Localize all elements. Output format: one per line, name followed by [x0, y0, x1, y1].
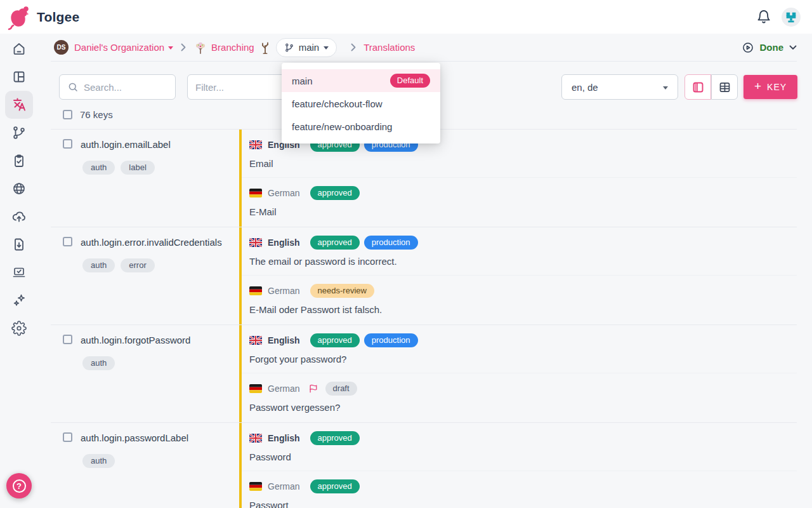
flag-de-icon	[249, 189, 262, 197]
translation-english[interactable]: English approved production The email or…	[242, 227, 797, 276]
status-badge: needs-review	[310, 284, 374, 298]
row-checkbox[interactable]	[63, 237, 72, 246]
sparkles-icon	[11, 293, 27, 308]
flag-gb-icon	[249, 434, 262, 443]
status-badge: approved	[310, 431, 360, 445]
row-checkbox[interactable]	[63, 139, 72, 149]
branch-menu-item-main[interactable]: main Default	[282, 69, 440, 92]
branch-menu-item-new-onboarding[interactable]: feature/new-onboarding	[282, 115, 440, 138]
translations-cell: English approved production Forgot your …	[239, 325, 797, 422]
table-view-button[interactable]	[711, 74, 738, 100]
branch-selector[interactable]: main	[276, 38, 337, 57]
tag[interactable]: auth	[82, 356, 115, 370]
sidebar-item-ai[interactable]	[5, 286, 33, 314]
flag-gb-icon	[249, 238, 262, 247]
sidebar-item-home[interactable]	[5, 35, 33, 63]
notifications-button[interactable]	[756, 10, 771, 25]
clipboard-check-icon	[11, 153, 27, 168]
globe-icon	[11, 181, 27, 196]
language-label: English	[268, 335, 300, 345]
breadcrumb: DS Daniel's Organization Branching	[51, 34, 797, 62]
tag[interactable]: auth	[82, 161, 115, 175]
branch-dropdown-menu: main Default feature/checkout-flow featu…	[282, 63, 440, 144]
flag-de-icon	[249, 482, 262, 491]
status-badge: approved	[310, 186, 360, 200]
topbar: Tolgee	[0, 0, 812, 34]
list-view-button[interactable]	[684, 74, 711, 100]
key-name: auth.login.emailLabel	[81, 139, 171, 150]
sidebar-item-branches[interactable]	[5, 119, 33, 147]
tag[interactable]: error	[121, 258, 154, 272]
translation-value: Passwort	[249, 500, 797, 508]
key-cell[interactable]: auth.login.passwordLabel auth	[51, 423, 239, 508]
translation-german[interactable]: German approved E-Mail	[242, 178, 797, 226]
key-cell[interactable]: auth.login.error.invalidCredentials auth…	[51, 227, 239, 324]
flag-marker-icon[interactable]	[308, 384, 318, 394]
status-badge: production	[364, 236, 418, 250]
sidebar-item-translations[interactable]	[5, 91, 33, 119]
git-branch-icon	[11, 125, 27, 140]
breadcrumb-section[interactable]: Translations	[363, 42, 415, 53]
sidebar-item-dashboard[interactable]	[5, 63, 33, 91]
chevron-right-icon	[181, 43, 186, 51]
flag-de-icon	[249, 384, 262, 393]
org-avatar[interactable]: DS	[54, 40, 69, 55]
language-label: German	[268, 286, 300, 296]
sidebar-item-tasks[interactable]	[5, 147, 33, 175]
branch-menu-item-checkout-flow[interactable]: feature/checkout-flow	[282, 92, 440, 115]
language-label: German	[268, 384, 300, 394]
sidebar-item-languages[interactable]	[5, 175, 33, 203]
language-label: German	[268, 188, 300, 198]
tag[interactable]: auth	[82, 454, 115, 468]
row-checkbox[interactable]	[63, 432, 72, 442]
sidebar-item-integrate[interactable]	[5, 258, 33, 286]
translation-german[interactable]: German approved Passwort	[242, 471, 797, 508]
status-badge: approved	[310, 236, 360, 250]
plus-icon: +	[754, 79, 761, 93]
breadcrumb-org[interactable]: Daniel's Organization	[74, 42, 173, 53]
sidebar-item-settings[interactable]	[5, 314, 33, 342]
sidebar-item-import[interactable]	[5, 231, 33, 258]
translation-german[interactable]: German draft Passwort vergessen?	[242, 373, 797, 422]
translations-cell: English approved Password German approve…	[239, 423, 797, 508]
table-row: auth.login.emailLabel auth label English…	[51, 130, 797, 227]
translation-german[interactable]: German needs-review E-Mail oder Passwort…	[242, 276, 797, 324]
translation-english[interactable]: English approved Password	[242, 423, 797, 471]
select-all-checkbox[interactable]	[63, 110, 72, 119]
view-toggle	[684, 74, 738, 100]
tag[interactable]: auth	[82, 258, 115, 272]
translation-value: E-Mail	[249, 206, 797, 217]
languages-select-value: en, de	[572, 82, 598, 93]
side-panel-view-icon	[691, 81, 705, 94]
table-row: auth.login.forgotPassword auth English a…	[51, 325, 797, 423]
task-state-label: Done	[760, 42, 784, 53]
sidebar-item-export[interactable]	[5, 203, 33, 231]
translation-english[interactable]: English approved production Forgot your …	[242, 325, 797, 373]
status-badge: approved	[310, 333, 360, 347]
search-box	[59, 74, 176, 100]
user-avatar[interactable]	[782, 8, 801, 27]
bell-icon	[756, 10, 771, 25]
flag-gb-icon	[249, 336, 262, 345]
translations-cell: English approved production Email German…	[239, 130, 797, 227]
add-key-button[interactable]: + KEY	[743, 75, 797, 99]
help-button[interactable]: ?	[6, 473, 32, 498]
branch-selector-value: main	[299, 42, 320, 53]
chevron-down-icon	[663, 86, 668, 90]
tolgee-logo-icon[interactable]	[8, 4, 30, 30]
key-cell[interactable]: auth.login.emailLabel auth label	[51, 130, 239, 227]
languages-select[interactable]: en, de	[561, 74, 678, 100]
translation-value: Password	[249, 451, 797, 462]
flag-de-icon	[249, 286, 262, 295]
chevron-right-icon	[351, 43, 356, 51]
task-state-selector[interactable]: Done	[742, 41, 797, 54]
row-checkbox[interactable]	[63, 335, 72, 344]
translate-icon	[11, 97, 27, 113]
key-cell[interactable]: auth.login.forgotPassword auth	[51, 325, 239, 422]
file-download-icon	[11, 237, 27, 252]
search-input[interactable]	[84, 82, 169, 93]
search-icon	[67, 81, 79, 93]
breadcrumb-project[interactable]: Branching	[211, 42, 254, 53]
tag[interactable]: label	[121, 161, 154, 175]
chevron-down-icon	[324, 46, 329, 50]
